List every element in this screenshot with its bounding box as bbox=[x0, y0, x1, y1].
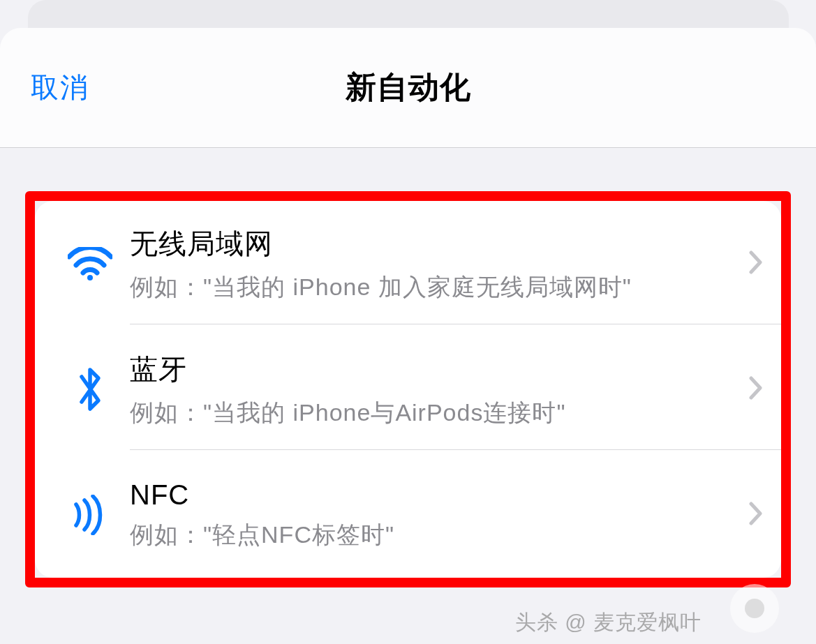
row-subtitle: 例如："当我的 iPhone与AirPods连接时" bbox=[130, 397, 739, 429]
modal-sheet: 取消 新自动化 无线局域网 例如："当我的 iP bbox=[0, 28, 816, 644]
row-title: 蓝牙 bbox=[130, 350, 739, 389]
chevron-right-icon bbox=[749, 250, 763, 277]
row-subtitle: 例如："当我的 iPhone 加入家庭无线局域网时" bbox=[130, 271, 739, 304]
row-subtitle: 例如："轻点NFC标签时" bbox=[130, 519, 739, 551]
row-body: NFC 例如："轻点NFC标签时" bbox=[130, 479, 739, 551]
row-title: 无线局域网 bbox=[130, 225, 739, 263]
list-container: 无线局域网 例如："当我的 iPhone 加入家庭无线局域网时" 蓝牙 bbox=[0, 148, 816, 587]
row-wifi[interactable]: 无线局域网 例如："当我的 iPhone 加入家庭无线局域网时" bbox=[35, 201, 781, 327]
bluetooth-icon bbox=[50, 366, 130, 413]
chevron-right-icon bbox=[749, 502, 763, 528]
cancel-button[interactable]: 取消 bbox=[31, 68, 89, 107]
svg-point-0 bbox=[87, 275, 93, 280]
row-bluetooth[interactable]: 蓝牙 例如："当我的 iPhone与AirPods连接时" bbox=[35, 327, 781, 452]
row-body: 蓝牙 例如："当我的 iPhone与AirPods连接时" bbox=[130, 350, 739, 429]
chevron-right-icon bbox=[749, 376, 763, 403]
wifi-icon bbox=[50, 247, 130, 280]
watermark-logo bbox=[706, 577, 803, 640]
watermark-text: 头杀 @ 麦克爱枫叶 bbox=[515, 608, 702, 637]
settings-list: 无线局域网 例如："当我的 iPhone 加入家庭无线局域网时" 蓝牙 bbox=[35, 201, 781, 578]
nfc-icon bbox=[50, 495, 130, 535]
background-sheet bbox=[28, 0, 789, 28]
page-title: 新自动化 bbox=[346, 67, 471, 108]
row-title: NFC bbox=[130, 479, 739, 511]
modal-header: 取消 新自动化 bbox=[0, 28, 816, 148]
row-nfc[interactable]: NFC 例如："轻点NFC标签时" bbox=[35, 452, 781, 578]
row-body: 无线局域网 例如："当我的 iPhone 加入家庭无线局域网时" bbox=[130, 225, 739, 304]
highlight-annotation: 无线局域网 例如："当我的 iPhone 加入家庭无线局域网时" 蓝牙 bbox=[25, 191, 791, 587]
